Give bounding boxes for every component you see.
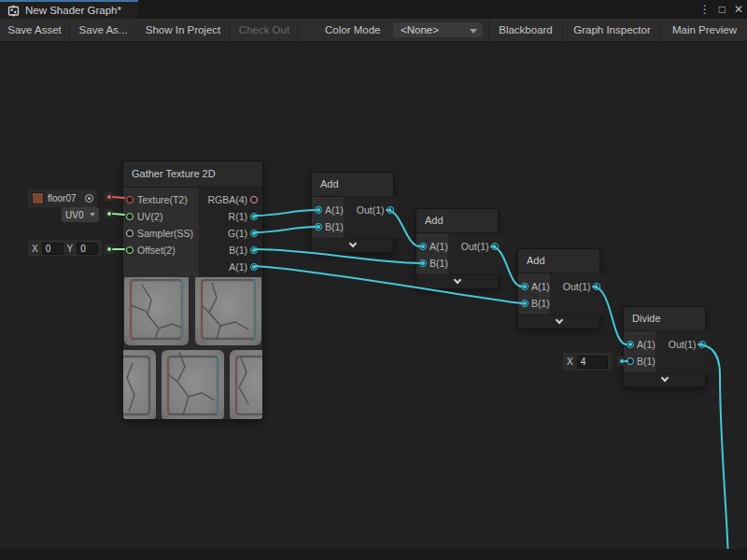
port-row-b: B(1)	[199, 242, 262, 259]
collapse-chevron-button[interactable]	[624, 372, 705, 386]
output-port-r[interactable]	[250, 213, 258, 220]
port-row-offset: Offset(2)	[123, 242, 199, 259]
input-port-sampler[interactable]	[126, 230, 134, 237]
input-port-offset[interactable]	[126, 246, 134, 254]
node-add-2[interactable]: Add A(1) B(1) Out(1)	[416, 208, 499, 289]
chevron-down-icon	[90, 213, 95, 217]
node-divide[interactable]: Divide A(1) B(1) Out(1)	[623, 306, 706, 387]
port-row-g: G(1)	[199, 225, 262, 242]
port-row-rgba: RGBA(4)	[199, 191, 262, 208]
uv-port-stub	[105, 209, 114, 218]
y-label: Y	[67, 244, 74, 254]
node-title[interactable]: Add	[416, 209, 498, 233]
maximize-icon[interactable]: □	[719, 0, 726, 19]
uv-channel-dropdown[interactable]: UV0	[62, 207, 99, 222]
color-mode-value: <None>	[401, 24, 439, 35]
node-gather-texture-2d[interactable]: Gather Texture 2D Texture(T2) UV(2) Samp…	[122, 161, 263, 420]
shader-graph-window: New Shader Graph* ⋮ □ ✕ Save Asset Save …	[0, 0, 747, 560]
input-port-b[interactable]	[315, 223, 322, 231]
uv-channel-value: UV0	[65, 210, 83, 220]
port-row-uv: UV(2)	[123, 208, 199, 225]
texture-port-stub	[105, 192, 114, 202]
color-mode-label: Color Mode	[325, 19, 380, 42]
divide-b-port-stub	[617, 357, 627, 366]
offset-x-input[interactable]: 0	[42, 243, 63, 255]
collapse-chevron-button[interactable]	[518, 315, 599, 329]
output-port[interactable]	[698, 341, 706, 348]
texture-object-field[interactable]: floor07	[28, 189, 97, 207]
toolbar: Save Asset Save As... Show In Project Ch…	[0, 19, 747, 42]
save-as-button[interactable]: Save As...	[71, 19, 136, 42]
input-port-b[interactable]	[627, 357, 634, 365]
output-port-a[interactable]	[250, 263, 258, 271]
main-preview-toggle-button[interactable]: Main Preview	[662, 19, 747, 42]
texture-preview-image	[123, 277, 262, 419]
collapse-chevron-button[interactable]	[312, 238, 393, 252]
chevron-down-icon	[660, 374, 668, 382]
input-panel: Texture(T2) UV(2) Sampler(SS) Offset(2)	[123, 188, 199, 277]
input-port-texture[interactable]	[126, 196, 134, 203]
texture-thumbnail	[32, 192, 44, 204]
output-port[interactable]	[491, 243, 499, 250]
offset-port-stub	[105, 245, 114, 254]
port-row-texture: Texture(T2)	[123, 191, 199, 208]
x-label: X	[32, 244, 38, 254]
input-port-a[interactable]	[521, 283, 529, 290]
output-port-b[interactable]	[250, 246, 258, 254]
menu-ellipsis-icon[interactable]: ⋮	[699, 0, 711, 19]
port-row-r: R(1)	[199, 208, 262, 225]
node-add-1[interactable]: Add A(1) B(1) Out(1)	[311, 172, 394, 253]
save-asset-button[interactable]: Save Asset	[0, 19, 70, 42]
divide-b-default-field: X 4	[563, 353, 612, 371]
object-picker-icon[interactable]	[85, 194, 93, 203]
shader-graph-asset-icon	[7, 5, 20, 17]
collapse-chevron-button[interactable]	[416, 274, 498, 288]
node-title[interactable]: Gather Texture 2D	[123, 161, 262, 188]
input-port-b[interactable]	[521, 300, 529, 307]
node-title[interactable]: Add	[312, 173, 393, 197]
input-port-b[interactable]	[419, 259, 427, 267]
chevron-down-icon	[453, 276, 460, 284]
port-row-sampler: Sampler(SS)	[123, 225, 199, 242]
x-label: X	[567, 357, 573, 367]
offset-vector2-field: X 0 Y 0	[28, 240, 102, 257]
chevron-down-icon	[470, 29, 477, 34]
graph-canvas[interactable]	[0, 42, 747, 560]
divide-b-input[interactable]: 4	[577, 356, 608, 369]
port-label: Sampler(SS)	[123, 228, 193, 239]
output-port[interactable]	[593, 283, 600, 290]
output-port-g[interactable]	[250, 230, 258, 237]
chevron-down-icon	[348, 240, 356, 247]
port-row-a: A(1)	[199, 259, 262, 275]
graph-inspector-toggle-button[interactable]: Graph Inspector	[564, 19, 661, 42]
offset-y-input[interactable]: 0	[77, 243, 98, 255]
output-port-rgba[interactable]	[250, 196, 258, 203]
show-in-project-button[interactable]: Show In Project	[137, 19, 230, 42]
chevron-down-icon	[555, 316, 562, 324]
check-out-button: Check Out	[231, 19, 299, 42]
input-port-a[interactable]	[315, 206, 322, 214]
output-port[interactable]	[387, 206, 394, 214]
output-panel: RGBA(4) R(1) G(1) B(1) A(1)	[199, 188, 262, 277]
texture-name: floor07	[48, 193, 77, 203]
window-bottom-edge	[0, 549, 747, 560]
node-title[interactable]: Add	[518, 249, 599, 273]
tab-new-shader-graph[interactable]: New Shader Graph*	[0, 0, 138, 19]
tab-title: New Shader Graph*	[25, 5, 121, 16]
blackboard-toggle-button[interactable]: Blackboard	[489, 19, 563, 42]
close-icon[interactable]: ✕	[734, 0, 743, 19]
input-port-a[interactable]	[627, 341, 634, 348]
input-port-uv[interactable]	[126, 213, 134, 220]
node-title[interactable]: Divide	[624, 307, 705, 331]
title-bar: New Shader Graph* ⋮ □ ✕	[0, 0, 747, 19]
node-add-3[interactable]: Add A(1) B(1) Out(1)	[517, 248, 600, 329]
color-mode-dropdown[interactable]: <None>	[392, 21, 484, 38]
input-port-a[interactable]	[419, 243, 427, 250]
